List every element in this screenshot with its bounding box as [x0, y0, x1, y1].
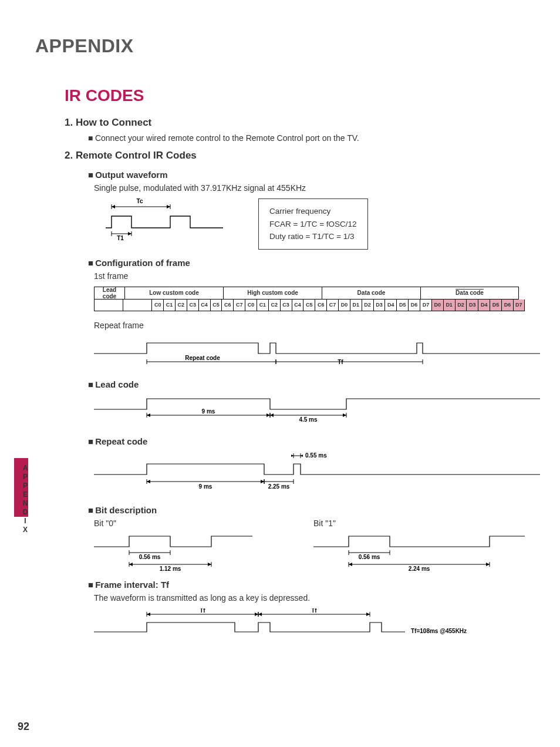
svg-text:4.5 ms: 4.5 ms: [299, 416, 318, 423]
svg-text:Tf: Tf: [311, 608, 317, 614]
bit-description-label: Bit description: [95, 505, 157, 515]
bit-cell: D2: [455, 300, 467, 311]
carrier-fcar: FCAR = 1/TC = fOSC/12: [269, 218, 357, 231]
svg-text:2.24 ms: 2.24 ms: [409, 566, 430, 571]
lead-code-diagram: 9 ms 4.5 ms: [94, 393, 540, 428]
bit-cell: C1: [257, 300, 268, 311]
lead-gap-cell-2: [123, 300, 151, 311]
repeat-frame-diagram: Repeat code Tf: [94, 336, 540, 371]
lead-code-label: Lead code: [95, 379, 139, 389]
bit-cell: D4: [384, 300, 396, 311]
bit-cell: D5: [490, 300, 501, 311]
svg-marker-4: [167, 205, 170, 208]
svg-marker-30: [343, 413, 346, 417]
bit-description-heading: ■ Bit description: [88, 505, 525, 515]
bit-cell: C3: [280, 300, 292, 311]
connect-body: ■ Connect your wired remote control to t…: [88, 133, 525, 143]
bit-cell: C6: [221, 300, 233, 311]
appendix-heading: APPENDIX: [35, 35, 525, 57]
svg-text:T1: T1: [117, 235, 124, 241]
svg-text:1.12 ms: 1.12 ms: [160, 566, 181, 571]
col-lead-code: Lead code: [94, 287, 124, 300]
bit-cell: C2: [175, 300, 187, 311]
svg-text:9 ms: 9 ms: [202, 408, 215, 415]
svg-marker-65: [349, 563, 352, 566]
col-data-code: Data code: [322, 287, 420, 300]
frame-interval-label: Frame interval: Tf: [95, 580, 169, 590]
bit-cell: D1: [443, 300, 455, 311]
lead-code-heading: ■ Lead code: [88, 379, 525, 389]
how-to-connect-heading: 1. How to Connect: [65, 117, 525, 129]
svg-marker-66: [486, 563, 490, 566]
bit-cell: C7: [233, 300, 245, 311]
bit-cell: D7: [420, 300, 431, 311]
bit-cell: C4: [292, 300, 303, 311]
svg-marker-72: [255, 613, 258, 616]
bit-cell: D0: [431, 300, 443, 311]
bit-cell: D6: [501, 300, 513, 311]
svg-text:Tc: Tc: [137, 198, 143, 204]
svg-marker-24: [266, 413, 270, 417]
col-low-custom: Low custom code: [124, 287, 223, 300]
svg-marker-77: [258, 613, 262, 616]
svg-marker-3: [112, 205, 115, 208]
repeat-code-diagram: 0.55 ms 9 ms 2.25 ms: [94, 450, 540, 497]
bit-cell: D0: [338, 300, 350, 311]
bit-cell: C1: [163, 300, 175, 311]
bit-cell: D5: [396, 300, 408, 311]
connect-text: Connect your wired remote control to the…: [95, 133, 359, 143]
output-waveform-heading: ■ Output waveform: [88, 170, 525, 180]
side-label: APPENDIX: [21, 464, 29, 534]
bit1-diagram: 0.56 ms 2.24 ms: [313, 530, 525, 571]
ir-codes-heading: 2. Remote Control IR Codes: [65, 150, 525, 161]
svg-text:2.25 ms: 2.25 ms: [268, 483, 290, 490]
frame-interval-heading: ■ Frame interval: Tf: [88, 580, 525, 590]
page-number: 92: [18, 721, 29, 733]
bit-cell: C2: [268, 300, 280, 311]
svg-marker-35: [291, 455, 294, 457]
first-frame-label: 1st frame: [94, 271, 525, 281]
carrier-title: Carrier frequency: [269, 205, 357, 218]
repeat-code-label: Repeat code: [95, 436, 147, 446]
svg-marker-23: [147, 413, 150, 417]
svg-marker-36: [301, 455, 303, 457]
svg-marker-42: [261, 480, 264, 483]
carrier-duty: Duty ratio = T1/TC = 1/3: [269, 230, 357, 243]
svg-marker-9: [128, 232, 131, 235]
bit-cell: D4: [478, 300, 490, 311]
col-high-custom: High custom code: [223, 287, 322, 300]
frame-table: Lead code Low custom code High custom co…: [94, 287, 525, 311]
bit-cell: D1: [350, 300, 362, 311]
carrier-frequency-box: Carrier frequency FCAR = 1/TC = fOSC/12 …: [258, 198, 368, 250]
frame-interval-diagram: Tf Tf Tf=108ms @455KHz: [94, 608, 540, 644]
bit-cell: C6: [315, 300, 326, 311]
bit-cell: D6: [408, 300, 420, 311]
repeat-frame-label: Repeat frame: [94, 321, 525, 330]
bit-cell: C0: [151, 300, 163, 311]
bit-cell: C7: [326, 300, 338, 311]
svg-text:0.56 ms: 0.56 ms: [139, 554, 161, 560]
lead-gap-cell-1: [94, 300, 123, 311]
bit-cell: C5: [210, 300, 222, 311]
output-waveform-label: Output waveform: [95, 170, 167, 180]
config-frame-heading: ■ Configuration of frame: [88, 258, 525, 268]
bit-cell: C3: [187, 300, 198, 311]
bit-cell: C4: [198, 300, 210, 311]
section-title: IR CODES: [65, 86, 525, 105]
bit-cell: D7: [513, 300, 525, 311]
config-frame-label: Configuration of frame: [95, 258, 190, 268]
svg-marker-78: [366, 613, 370, 616]
svg-text:Repeat  code: Repeat code: [185, 355, 220, 361]
svg-marker-56: [208, 563, 211, 566]
svg-text:Tf: Tf: [200, 608, 205, 614]
svg-marker-55: [129, 563, 133, 566]
svg-marker-29: [270, 413, 274, 417]
bit0-label: Bit "0": [94, 519, 278, 528]
repeat-code-heading: ■ Repeat code: [88, 436, 525, 446]
svg-text:0.56 ms: 0.56 ms: [359, 554, 380, 560]
bit-cell: D3: [373, 300, 385, 311]
bit0-diagram: 0.56 ms 1.12 ms: [94, 530, 270, 571]
svg-marker-41: [147, 480, 150, 483]
output-waveform-desc: Single pulse, modulated with 37.917KHz s…: [94, 183, 525, 193]
svg-marker-71: [147, 613, 150, 616]
